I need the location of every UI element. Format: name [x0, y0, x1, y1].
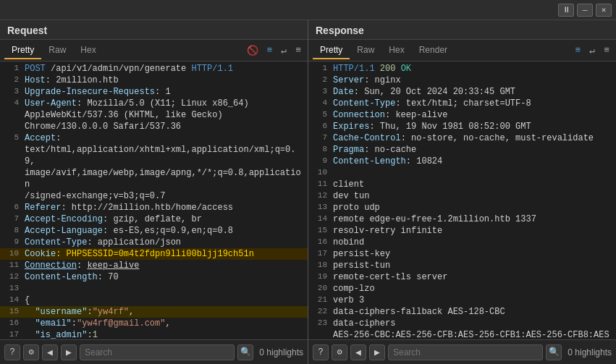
resp-line-11: 11 client [308, 179, 616, 190]
resp-line-23: 23 data-ciphers AES-256-CBC:AES-256-CFB:… [308, 318, 616, 339]
format-icon-right[interactable]: ≡ [573, 43, 583, 57]
top-toolbar: ⏸ — ✕ [0, 0, 616, 20]
resp-line-4: 4 Content-Type: text/html; charset=UTF-8 [308, 98, 616, 109]
line-17: 17 "is_admin":1 [0, 329, 308, 339]
resp-line-3: 3 Date: Sun, 20 Oct 2024 20:33:45 GMT [308, 86, 616, 98]
line-1: 1 POST /api/v1/admin/vpn/generate HTTP/1… [0, 63, 308, 75]
search-input-left[interactable] [80, 344, 235, 360]
request-tab-bar: Pretty Raw Hex 🚫 ≡ ↵ ≡ [0, 40, 308, 62]
resp-line-21: 21 verb 3 [308, 295, 616, 306]
tab-hex-request[interactable]: Hex [73, 42, 103, 59]
resp-line-18: 18 persist-tun [308, 260, 616, 271]
tab-raw-request[interactable]: Raw [41, 42, 73, 59]
request-content: 1 POST /api/v1/admin/vpn/generate HTTP/1… [0, 62, 308, 339]
more-icon[interactable]: ≡ [293, 43, 303, 57]
response-tab-icons: ≡ ↵ ≡ [573, 43, 612, 58]
help-button-left[interactable]: ? [4, 344, 20, 360]
line-9: 9 Content-Type: application/json [0, 237, 308, 248]
search-input-right[interactable] [388, 344, 543, 360]
resp-line-1: 1 HTTP/1.1 200 OK [308, 63, 616, 75]
resp-line-22: 22 data-ciphers-fallback AES-128-CBC [308, 306, 616, 318]
resp-line-14: 14 remote edge-eu-free-1.2million.htb 13… [308, 213, 616, 225]
main-panes: Request Pretty Raw Hex 🚫 ≡ ↵ ≡ 1 POST /a… [0, 20, 616, 364]
line-2: 2 Host: 2million.htb [0, 75, 308, 86]
line-8: 8 Accept-Language: es-ES,es;q=0.9,en;q=0… [0, 225, 308, 237]
highlights-count-right: 0 highlights [568, 347, 612, 357]
line-10: 10 Cookie: PHPSESSID=0m4t2fdpn9lli00bljj… [0, 248, 308, 260]
response-pane: Response Pretty Raw Hex Render ≡ ↵ ≡ 1 H… [308, 20, 616, 364]
wrap-icon[interactable]: ↵ [279, 43, 289, 58]
line-3: 3 Upgrade-Insecure-Requests: 1 [0, 86, 308, 98]
eye-off-icon[interactable]: 🚫 [245, 43, 261, 58]
settings-button-right[interactable]: ⚙ [332, 344, 347, 360]
search-button-left[interactable]: 🔍 [237, 344, 253, 360]
line-12: 12 Content-Length: 70 [0, 271, 308, 283]
resp-line-8: 8 Pragma: no-cache [308, 144, 616, 156]
wrap-icon-right[interactable]: ↵ [587, 43, 597, 58]
tab-hex-response[interactable]: Hex [381, 42, 411, 59]
line-11: 11 Connection: keep-alive [0, 260, 308, 271]
response-bottom-bar: ? ⚙ ◀ ▶ 🔍 0 highlights [308, 339, 616, 364]
highlights-count-left: 0 highlights [259, 347, 303, 357]
line-5: 5 Accept: text/html,application/xhtml+xm… [0, 132, 308, 202]
request-bottom-bar: ? ⚙ ◀ ▶ 🔍 0 highlights [0, 339, 308, 364]
settings-button-left[interactable]: ⚙ [23, 344, 39, 360]
line-14: 14 { [0, 295, 308, 306]
resp-line-13: 13 proto udp [308, 202, 616, 213]
help-button-right[interactable]: ? [313, 344, 329, 360]
tab-raw-response[interactable]: Raw [350, 42, 381, 59]
format-icon[interactable]: ≡ [265, 43, 275, 57]
resp-line-6: 6 Expires: Thu, 19 Nov 1981 08:52:00 GMT [308, 121, 616, 132]
resp-line-7: 7 Cache-Control: no-store, no-cache, mus… [308, 132, 616, 144]
minimize-button[interactable]: — [577, 4, 593, 17]
line-16: 16 "email":"yw4rf@gmail.com", [0, 318, 308, 329]
resp-line-20: 20 comp-lzo [308, 283, 616, 295]
tab-pretty-request[interactable]: Pretty [4, 42, 41, 59]
pause-button[interactable]: ⏸ [558, 4, 574, 17]
resp-line-19: 19 remote-cert-tls server [308, 271, 616, 283]
resp-line-17: 17 persist-key [308, 248, 616, 260]
tab-pretty-response[interactable]: Pretty [313, 42, 350, 59]
tab-render-response[interactable]: Render [412, 42, 455, 59]
more-icon-right[interactable]: ≡ [602, 43, 612, 57]
resp-line-12: 12 dev tun [308, 190, 616, 202]
response-tab-bar: Pretty Raw Hex Render ≡ ↵ ≡ [308, 40, 616, 62]
resp-line-5: 5 Connection: keep-alive [308, 109, 616, 121]
line-15: 15 "username":"yw4rf", [0, 306, 308, 318]
resp-line-15: 15 resolv-retry infinite [308, 225, 616, 237]
close-button[interactable]: ✕ [596, 4, 612, 17]
response-title: Response [308, 20, 616, 40]
back-button-left[interactable]: ◀ [42, 344, 58, 360]
request-tab-icons: 🚫 ≡ ↵ ≡ [245, 43, 303, 58]
line-7: 7 Accept-Encoding: gzip, deflate, br [0, 213, 308, 225]
forward-button-right[interactable]: ▶ [369, 344, 385, 360]
request-pane: Request Pretty Raw Hex 🚫 ≡ ↵ ≡ 1 POST /a… [0, 20, 308, 364]
forward-button-left[interactable]: ▶ [61, 344, 77, 360]
resp-line-9: 9 Content-Length: 10824 [308, 156, 616, 167]
resp-line-10: 10 [308, 167, 616, 179]
resp-line-16: 16 nobind [308, 237, 616, 248]
line-13: 13 [0, 283, 308, 295]
response-content: 1 HTTP/1.1 200 OK 2 Server: nginx 3 Date… [308, 62, 616, 339]
resp-line-2: 2 Server: nginx [308, 75, 616, 86]
line-4: 4 User-Agent: Mozilla/5.0 (X11; Linux x8… [0, 98, 308, 132]
line-6: 6 Referer: http://2million.htb/home/acce… [0, 202, 308, 213]
request-title: Request [0, 20, 308, 40]
back-button-right[interactable]: ◀ [350, 344, 366, 360]
search-button-right[interactable]: 🔍 [546, 344, 562, 360]
